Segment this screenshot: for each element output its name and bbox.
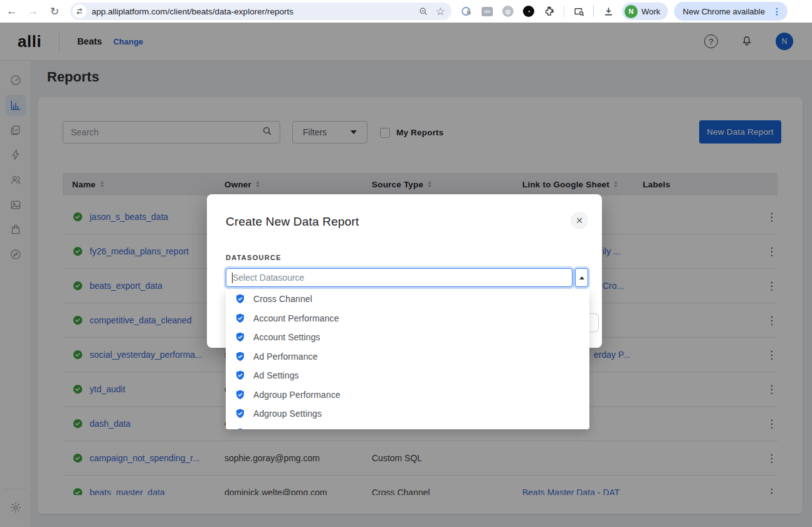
datasource-option[interactable]: Ad Settings <box>226 366 589 385</box>
address-bar[interactable]: app.alliplatform.com/client/beats/data-e… <box>70 3 451 20</box>
datasource-option[interactable]: Account Settings <box>226 328 589 347</box>
datasource-option-label: Cross Channel <box>253 294 312 304</box>
shield-check-icon <box>235 293 246 305</box>
bookmark-star-icon[interactable]: ☆ <box>436 5 445 18</box>
combobox-collapse-button[interactable] <box>575 268 588 287</box>
privacy-lock-extension-icon[interactable] <box>460 5 473 18</box>
forward-icon[interactable]: → <box>24 2 43 21</box>
datasource-option-label: Adgroup Settings <box>253 409 322 419</box>
datasource-option-label: Ad Performance <box>253 352 318 362</box>
shield-check-icon <box>235 408 246 419</box>
datasource-options-list: Cross ChannelAccount PerformanceAccount … <box>226 290 589 429</box>
browser-menu-icon[interactable]: ⋮ <box>770 6 784 16</box>
globe-extension-icon[interactable]: ◍ <box>502 5 514 18</box>
datasource-field-label: DATASOURCE <box>226 254 282 261</box>
screen: ← → ↻ app.alliplatform.com/client/beats/… <box>0 0 812 527</box>
datasource-placeholder: Select Datasource <box>233 273 304 283</box>
toolbar-separator <box>564 6 564 17</box>
datasource-option[interactable]: Ad Performance <box>226 347 589 367</box>
datasource-option[interactable]: Account Performance <box>226 309 589 328</box>
zoom-icon[interactable] <box>419 7 428 16</box>
datasource-option[interactable] <box>226 424 589 430</box>
browser-profile-chip[interactable]: N Work <box>622 3 668 20</box>
modal-title: Create New Data Report <box>226 215 359 229</box>
chrome-update-label: New Chrome available <box>683 7 765 16</box>
datasource-option-label: Account Settings <box>253 332 320 342</box>
datasource-option-label: Adgroup Performance <box>253 390 340 400</box>
shield-check-icon <box>235 331 246 343</box>
close-icon[interactable]: ✕ <box>571 212 588 229</box>
tab-search-icon[interactable] <box>572 5 585 18</box>
text-cursor <box>232 273 233 283</box>
downloads-icon[interactable] <box>602 5 614 18</box>
datasource-option[interactable]: Cross Channel <box>226 290 589 309</box>
shield-check-icon <box>235 389 246 400</box>
datasource-option[interactable]: Adgroup Performance <box>226 385 589 405</box>
reload-icon[interactable]: ↻ <box>45 2 64 21</box>
datasource-option[interactable]: Adgroup Settings <box>226 404 589 424</box>
chevron-up-icon <box>579 276 584 279</box>
site-settings-icon[interactable] <box>73 4 87 18</box>
datasource-select-input[interactable]: Select Datasource <box>226 268 572 287</box>
extensions-area: </> ◍ ◔ <box>460 5 614 18</box>
shield-check-icon <box>235 313 246 324</box>
shield-check-icon <box>235 427 246 429</box>
dark-extension-icon[interactable]: ◔ <box>522 5 535 18</box>
profile-avatar: N <box>625 5 638 18</box>
code-extension-icon[interactable]: </> <box>481 5 493 18</box>
profile-name: Work <box>641 7 660 16</box>
shield-check-icon <box>235 370 246 381</box>
back-icon[interactable]: ← <box>3 2 21 21</box>
url-text[interactable]: app.alliplatform.com/client/beats/data-e… <box>92 7 411 16</box>
datasource-option-label: Ad Settings <box>253 370 299 380</box>
extensions-puzzle-icon[interactable] <box>543 5 556 18</box>
datasource-option-label: Account Performance <box>253 313 339 323</box>
shield-check-icon <box>235 351 246 362</box>
browser-toolbar: ← → ↻ app.alliplatform.com/client/beats/… <box>0 0 812 23</box>
chrome-update-button[interactable]: New Chrome available ⋮ <box>674 2 788 21</box>
toolbar-separator <box>593 6 594 17</box>
